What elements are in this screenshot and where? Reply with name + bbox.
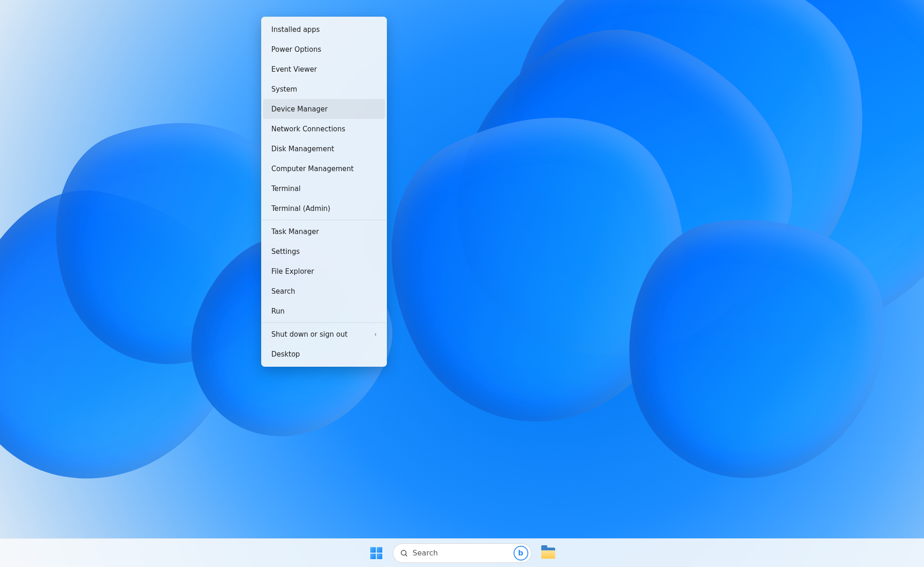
menu-item-desktop[interactable]: Desktop [263, 344, 385, 364]
menu-item-label: Computer Management [271, 165, 354, 173]
file-explorer-icon [541, 548, 555, 559]
menu-item-label: System [271, 85, 297, 93]
menu-item-installed-apps[interactable]: Installed apps [263, 19, 385, 39]
menu-item-system[interactable]: System [263, 79, 385, 99]
menu-item-label: Terminal [271, 185, 300, 193]
menu-item-event-viewer[interactable]: Event Viewer [263, 59, 385, 79]
start-button[interactable] [366, 543, 386, 563]
desktop-wallpaper [0, 0, 924, 567]
menu-item-label: Search [271, 287, 295, 296]
svg-point-0 [401, 550, 406, 555]
menu-item-label: Shut down or sign out [271, 330, 348, 339]
menu-item-task-manager[interactable]: Task Manager [263, 222, 385, 241]
menu-item-device-manager[interactable]: Device Manager [263, 99, 385, 119]
menu-separator [262, 220, 386, 220]
menu-item-file-explorer[interactable]: File Explorer [263, 261, 385, 281]
menu-item-label: Installed apps [271, 25, 320, 34]
menu-item-terminal-admin[interactable]: Terminal (Admin) [263, 198, 385, 218]
menu-item-label: Network Connections [271, 125, 345, 133]
start-context-menu: Installed appsPower OptionsEvent ViewerS… [261, 17, 387, 367]
menu-item-run[interactable]: Run [263, 301, 385, 321]
menu-item-label: Settings [271, 247, 300, 256]
menu-item-label: Disk Management [271, 145, 334, 153]
menu-item-network-connections[interactable]: Network Connections [263, 119, 385, 139]
menu-item-label: Task Manager [271, 228, 319, 236]
menu-item-label: Power Options [271, 45, 321, 54]
svg-line-1 [405, 555, 407, 556]
chevron-right-icon: › [374, 331, 377, 338]
windows-logo-icon [370, 547, 382, 559]
menu-item-search[interactable]: Search [263, 281, 385, 301]
menu-separator [262, 322, 386, 323]
bing-chat-icon[interactable]: b [514, 546, 528, 561]
menu-item-label: Terminal (Admin) [271, 204, 330, 213]
menu-item-disk-management[interactable]: Disk Management [263, 139, 385, 159]
search-icon [400, 549, 408, 557]
menu-item-power-options[interactable]: Power Options [263, 39, 385, 59]
menu-item-terminal[interactable]: Terminal [263, 179, 385, 198]
taskbar-search-label: Search [413, 549, 509, 557]
menu-item-computer-management[interactable]: Computer Management [263, 159, 385, 179]
menu-item-settings[interactable]: Settings [263, 241, 385, 261]
menu-item-label: Device Manager [271, 105, 328, 113]
taskbar: Search b [0, 538, 924, 567]
menu-item-shut-down-or-sign-out[interactable]: Shut down or sign out› [263, 324, 385, 344]
taskbar-search[interactable]: Search b [393, 543, 532, 563]
menu-item-label: Run [271, 307, 285, 315]
taskbar-file-explorer[interactable] [538, 543, 558, 563]
menu-item-label: Desktop [271, 350, 300, 358]
menu-item-label: File Explorer [271, 267, 314, 276]
menu-item-label: Event Viewer [271, 65, 317, 74]
